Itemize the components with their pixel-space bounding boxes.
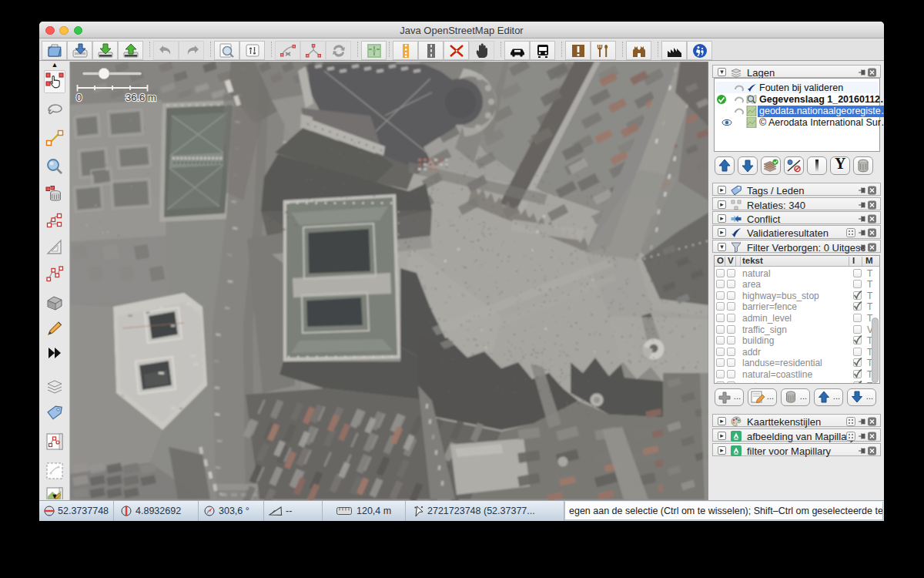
svg-text:36.6 m: 36.6 m	[126, 92, 156, 103]
svg-text:0: 0	[76, 92, 82, 103]
